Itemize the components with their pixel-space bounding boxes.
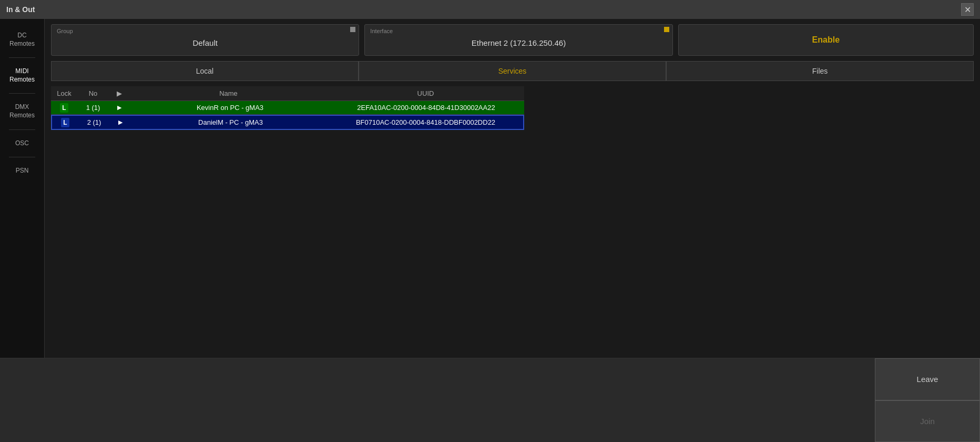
tab-row: Local Services Files — [51, 61, 974, 81]
cell-name-2: DanielM - PC - gMA3 — [131, 118, 328, 126]
leave-button[interactable]: Leave — [875, 358, 980, 400]
sidebar-item-dc-remotes[interactable]: DCRemotes — [0, 24, 44, 55]
close-button[interactable]: ✕ — [961, 3, 974, 16]
header-uuid: UUID — [327, 89, 524, 97]
window-title: In & Out — [6, 5, 35, 14]
cell-uuid-1: 2EFA10AC-0200-0004-84D8-41D30002AA22 — [328, 104, 524, 112]
cell-no-1: 1 (1) — [77, 104, 109, 112]
header-name: Name — [130, 89, 327, 97]
sidebar-item-psn[interactable]: PSN — [0, 159, 44, 183]
interface-corner-indicator — [664, 27, 669, 32]
sidebar-item-osc[interactable]: OSC — [0, 132, 44, 155]
sidebar-item-midi-remotes[interactable]: MIDIRemotes — [0, 60, 44, 91]
cell-lock-2: L — [52, 118, 78, 126]
sidebar-divider-3 — [9, 129, 35, 130]
cell-play-2[interactable]: ▶ — [110, 119, 131, 126]
title-bar: In & Out ✕ — [0, 0, 980, 19]
tab-services[interactable]: Services — [359, 61, 666, 81]
tab-local[interactable]: Local — [51, 61, 359, 81]
group-value: Default — [58, 38, 352, 47]
group-control[interactable]: Group Default — [51, 24, 359, 56]
interface-label: Interface — [370, 28, 393, 34]
cell-play-1[interactable]: ▶ — [109, 104, 130, 111]
header-lock: Lock — [51, 89, 77, 97]
interface-value: Ethernet 2 (172.16.250.46) — [371, 38, 666, 47]
sidebar-divider-4 — [9, 157, 35, 157]
tab-files[interactable]: Files — [666, 61, 974, 81]
top-controls: Group Default Interface Ethernet 2 (172.… — [51, 24, 974, 56]
enable-button[interactable]: Enable — [678, 24, 974, 56]
table-row[interactable]: L 2 (1) ▶ DanielM - PC - gMA3 BF0710AC-0… — [51, 115, 524, 130]
table-header: Lock No ▶ Name UUID — [51, 86, 524, 101]
services-table: Lock No ▶ Name UUID L 1 (1) ▶ KevinR on … — [51, 86, 524, 130]
bottom-area: Leave Join — [0, 358, 980, 442]
sidebar-item-dmx-remotes[interactable]: DMXRemotes — [0, 96, 44, 127]
join-button[interactable]: Join — [875, 400, 980, 443]
header-play: ▶ — [109, 89, 130, 97]
enable-label: Enable — [812, 35, 840, 45]
group-corner-indicator — [350, 27, 355, 32]
sidebar-divider-1 — [9, 57, 35, 58]
sidebar-divider-2 — [9, 93, 35, 94]
header-no: No — [77, 89, 109, 97]
cell-uuid-2: BF0710AC-0200-0004-8418-DDBF0002DD22 — [328, 118, 523, 126]
cell-lock-1: L — [51, 104, 77, 112]
cell-no-2: 2 (1) — [78, 118, 110, 126]
table-row[interactable]: L 1 (1) ▶ KevinR on PC - gMA3 2EFA10AC-0… — [51, 101, 524, 115]
bottom-right-panel: Leave Join — [875, 358, 980, 442]
bottom-left-panel — [0, 358, 875, 442]
cell-name-1: KevinR on PC - gMA3 — [130, 104, 328, 112]
interface-control[interactable]: Interface Ethernet 2 (172.16.250.46) — [364, 24, 672, 56]
group-label: Group — [57, 28, 73, 34]
